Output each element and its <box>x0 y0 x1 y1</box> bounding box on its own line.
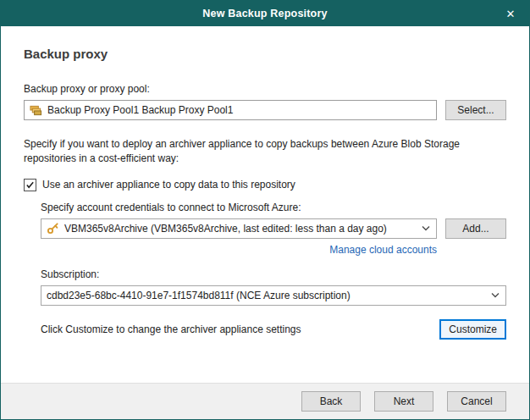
credentials-label: Specify account credentials to connect t… <box>41 202 506 213</box>
proxy-pool-icon <box>30 104 42 117</box>
titlebar: New Backup Repository ✕ <box>1 1 529 26</box>
archiver-checkbox[interactable] <box>24 179 36 191</box>
footer-bar: Back Next Cancel <box>1 383 529 419</box>
window-title: New Backup Repository <box>1 8 529 19</box>
archiver-checkbox-row[interactable]: Use an archiver appliance to copy data t… <box>24 179 506 191</box>
archiver-description: Specify if you want to deploy an archive… <box>24 137 506 167</box>
credentials-value: VBM365v8Archive (VBM365v8Archive, last e… <box>64 223 417 235</box>
subscription-dropdown[interactable]: cdbd23e5-68bc-4410-91e7-1f1574bd811f (NC… <box>41 285 506 306</box>
proxy-pool-label: Backup proxy or proxy pool: <box>24 83 506 95</box>
credentials-dropdown[interactable]: VBM365v8Archive (VBM365v8Archive, last e… <box>41 218 437 239</box>
archiver-settings-group: Specify account credentials to connect t… <box>41 202 506 340</box>
archiver-checkbox-label: Use an archiver appliance to copy data t… <box>42 179 295 191</box>
credentials-row: VBM365v8Archive (VBM365v8Archive, last e… <box>41 218 506 239</box>
customize-button[interactable]: Customize <box>439 319 506 340</box>
add-button[interactable]: Add... <box>445 218 506 239</box>
proxy-pool-value: Backup Proxy Pool1 Backup Proxy Pool1 <box>47 104 233 116</box>
dialog-content: Backup proxy Backup proxy or proxy pool:… <box>1 26 529 383</box>
customize-hint: Click Customize to change the archiver a… <box>41 323 301 335</box>
proxy-pool-input[interactable]: Backup Proxy Pool1 Backup Proxy Pool1 <box>24 100 437 120</box>
subscription-value: cdbd23e5-68bc-4410-91e7-1f1574bd811f (NC… <box>47 290 486 301</box>
dialog-new-backup-repository: New Backup Repository ✕ Backup proxy Bac… <box>0 0 530 420</box>
close-button[interactable]: ✕ <box>492 1 529 26</box>
chevron-down-icon <box>491 292 500 298</box>
proxy-pool-row: Backup Proxy Pool1 Backup Proxy Pool1 Se… <box>24 100 506 120</box>
customize-row: Click Customize to change the archiver a… <box>41 319 506 340</box>
manage-cloud-accounts-link[interactable]: Manage cloud accounts <box>329 244 437 256</box>
select-button[interactable]: Select... <box>445 100 506 120</box>
cancel-button[interactable]: Cancel <box>447 391 506 412</box>
manage-link-row: Manage cloud accounts <box>41 244 506 256</box>
next-button[interactable]: Next <box>374 391 433 412</box>
chevron-down-icon <box>422 225 430 231</box>
page-title: Backup proxy <box>24 47 506 61</box>
checkmark-icon <box>25 180 35 190</box>
back-button[interactable]: Back <box>301 391 361 412</box>
key-icon <box>47 222 59 235</box>
subscription-label: Subscription: <box>41 268 506 280</box>
